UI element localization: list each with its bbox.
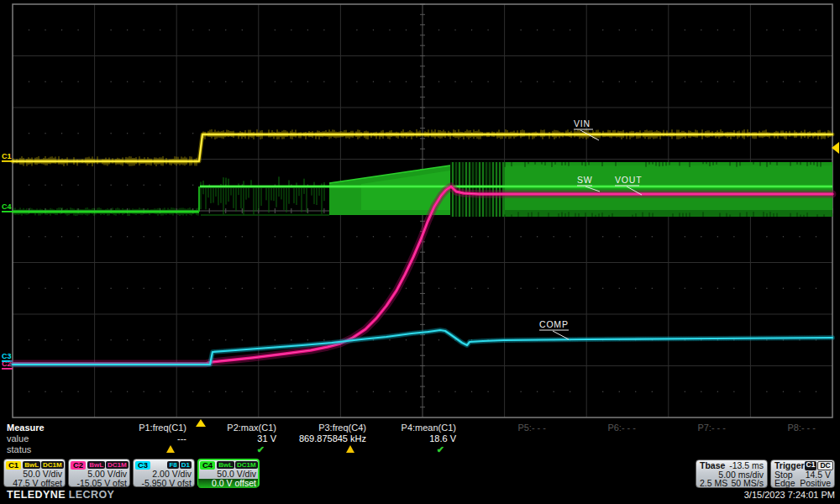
svg-text:VIN: VIN (574, 118, 591, 129)
oscilloscope-screen: C2C3C1C4VINSWVOUTCOMP Measure value stat… (0, 0, 840, 504)
trigger-slope: Positive (800, 479, 831, 488)
measure-title: P6:- - - (549, 423, 636, 433)
measure-title: P4:mean(C1) (369, 423, 456, 433)
measure-param-5[interactable]: P5:- - - (459, 423, 549, 455)
warning-icon (346, 445, 354, 453)
channel-marker-c4[interactable]: C4 (2, 202, 13, 213)
measure-value: 18.6 V (369, 433, 456, 444)
channel-box-c3[interactable]: C3F8D12.00 V/div-5.950 V ofst (133, 459, 195, 487)
value-label: value (7, 433, 99, 444)
waveform-display: C2C3C1C4VINSWVOUTCOMP (0, 0, 840, 433)
channel-badge: D1 (180, 461, 192, 470)
measure-param-1[interactable]: P1:freq(C1)--- (99, 423, 189, 455)
channel-offset: 0.0 V offset (198, 479, 258, 488)
svg-text:SW: SW (577, 175, 593, 185)
channel-id-badge: C2 (71, 461, 86, 470)
measure-param-3[interactable]: P3:freq(C4)869.875845 kHz (279, 423, 369, 455)
timestamp: 3/15/2023 7:24:01 PM (744, 490, 835, 500)
brand-light: LECROY (69, 489, 115, 501)
measure-title: P8:- - - (728, 423, 816, 433)
measure-table: Measure value status P1:freq(C1)---P2:ma… (0, 423, 840, 455)
measure-value (459, 433, 546, 444)
svg-text:C4: C4 (2, 202, 12, 211)
channel-offset: 47.5 V offset (6, 479, 62, 488)
measure-param-4[interactable]: P4:mean(C1)18.6 V✔ (369, 423, 459, 455)
measure-value (638, 433, 726, 444)
svg-text:COMP: COMP (539, 319, 569, 329)
measure-value (728, 433, 816, 444)
measure-status (728, 444, 816, 455)
measure-title: P2:max(C1) (189, 423, 276, 433)
timebase-rate: 50 MS/s (731, 479, 764, 488)
channel-id-badge: C1 (6, 461, 21, 470)
brand-bold: TELEDYNE (7, 489, 66, 501)
channel-badge: DC1M (41, 461, 64, 470)
check-icon: ✔ (257, 444, 265, 454)
measure-status: ✔ (189, 444, 276, 455)
measure-value: --- (99, 433, 186, 444)
timebase-box[interactable]: Tbase -13.5 ms 5.00 ms/div 2.5 MS 50 MS/… (696, 459, 768, 488)
measure-title: P5:- - - (459, 423, 546, 433)
trigger-box[interactable]: Trigger C1 DC Stop 14.5 V Edge Positive (770, 459, 835, 488)
channel-box-c4[interactable]: C4BwLDC1M50.0 V/div0.0 V offset (197, 459, 260, 487)
timebase-samples: 2.5 MS (700, 479, 727, 488)
svg-text:VOUT: VOUT (615, 175, 642, 185)
channel-offset: -5.950 V ofst (135, 479, 192, 488)
measure-title: P1:freq(C1) (99, 423, 186, 433)
svg-text:C1: C1 (2, 152, 12, 160)
channel-id-badge: C4 (200, 461, 215, 470)
svg-text:C3: C3 (2, 352, 12, 360)
trigger-source-badge: C1 (805, 461, 817, 470)
channel-box-c1[interactable]: C1BwLDC1M50.0 V/div47.5 V offset (3, 459, 66, 487)
channel-badge: BwL (87, 461, 105, 470)
channel-badge: BwL (217, 461, 234, 470)
measure-value: 869.875845 kHz (279, 433, 366, 444)
brand-logo: TELEDYNE LECROY (7, 489, 114, 501)
channel-marker-c1[interactable]: C1 (2, 152, 13, 162)
measure-value (549, 433, 636, 444)
measure-status (638, 444, 726, 455)
scope-svg: C2C3C1C4VINSWVOUTCOMP (0, 0, 840, 430)
channel-offset: -15.05 V ofst (71, 479, 127, 488)
measure-status (279, 444, 366, 455)
measure-param-7[interactable]: P7:- - - (638, 423, 728, 455)
measure-status (459, 444, 546, 455)
measure-status: ✔ (369, 444, 456, 455)
measure-label: Measure (7, 423, 99, 433)
measure-title: P7:- - - (638, 423, 726, 433)
measure-status (99, 444, 186, 455)
channel-badge: BwL (23, 461, 40, 470)
measure-title: P3:freq(C4) (279, 423, 366, 433)
trigger-title: Trigger (774, 461, 805, 470)
measure-param-2[interactable]: P2:max(C1)31 V✔ (189, 423, 279, 455)
channel-box-c2[interactable]: C2BwLDC1M5.00 V/div-15.05 V ofst (68, 459, 130, 487)
warning-icon (166, 445, 175, 453)
trigger-coupling-badge: DC (817, 461, 832, 470)
measure-param-8[interactable]: P8:- - - (728, 423, 818, 455)
timebase-delay: -13.5 ms (729, 461, 764, 470)
status-label: status (7, 444, 99, 455)
channel-id-badge: C3 (135, 461, 150, 470)
measure-param-6[interactable]: P6:- - - (549, 423, 638, 455)
measure-value: 31 V (189, 433, 276, 444)
timebase-title: Tbase (700, 461, 725, 470)
check-icon: ✔ (437, 444, 444, 454)
measure-row-labels: Measure value status (0, 423, 99, 455)
measure-status (549, 444, 636, 455)
channel-badge: DC1M (106, 461, 129, 470)
trigger-type: Edge (774, 479, 795, 488)
channel-descriptor-row: C1BwLDC1M50.0 V/div47.5 V offsetC2BwLDC1… (3, 459, 260, 487)
channel-badge: DC1M (235, 461, 258, 470)
channel-badge: F8 (167, 461, 178, 470)
